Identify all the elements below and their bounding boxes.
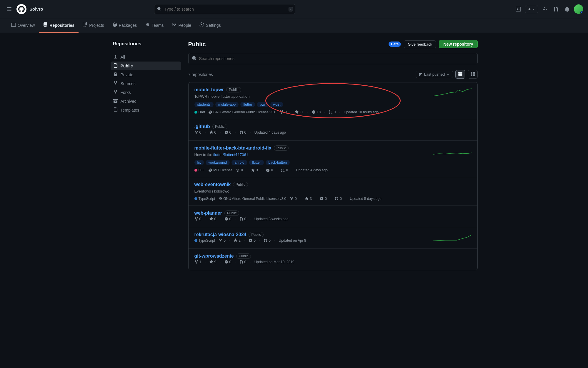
repo-sparkline-empty <box>433 210 472 222</box>
repo-tag[interactable]: mobile-app <box>215 102 239 107</box>
sep: · <box>205 260 206 264</box>
repo-tag[interactable]: pwr <box>257 102 268 107</box>
beta-badge: Beta <box>389 42 401 47</box>
global-search-input[interactable] <box>154 4 295 14</box>
sep: · <box>339 110 340 114</box>
repo-tag[interactable]: flutter <box>249 160 264 165</box>
sidebar-item-templates[interactable]: Templates <box>111 106 181 115</box>
repo-name[interactable]: mobile-topwr <box>194 87 224 92</box>
repo-tag[interactable]: anroid <box>231 160 247 165</box>
repo-updated: Updated 4 days ago <box>296 168 327 172</box>
repo-tag[interactable]: wust <box>270 102 284 107</box>
grid-view-button[interactable] <box>468 70 478 79</box>
repo-license: MIT License <box>209 168 232 172</box>
notifications-button[interactable] <box>563 5 572 14</box>
repo-forks: 0 <box>194 217 201 221</box>
give-feedback-button[interactable]: Give feedback <box>404 40 436 48</box>
sidebar-item-private[interactable]: Private <box>111 70 181 79</box>
org-nav-teams[interactable]: Teams <box>141 18 168 33</box>
repo-item[interactable]: .github Public 0 · 0 · 0 · 0 ·Updated 4 … <box>189 119 477 141</box>
visibility-badge: Public <box>233 182 248 187</box>
visibility-badge: Public <box>236 253 251 259</box>
repo-license: GNU Affero General Public License v3.0 <box>219 197 286 201</box>
avatar[interactable] <box>574 4 583 14</box>
repo-item[interactable]: web-eventownik Public Eventowo i kolorow… <box>189 177 477 206</box>
org-nav-people[interactable]: People <box>168 18 195 33</box>
repo-prs: 0 <box>329 110 336 114</box>
sep: · <box>261 168 262 172</box>
content-header: Public Beta Give feedback New repository <box>188 40 478 48</box>
repo-updated: Updated 10 hours ago <box>344 110 379 114</box>
license-name: GNU Affero General Public License v3.0 <box>223 197 286 201</box>
repo-item[interactable]: git-wprowadzenie Public 1 · 9 · 0 · 0 ·U… <box>189 249 477 270</box>
repo-name[interactable]: .github <box>194 124 210 129</box>
org-nav-settings[interactable]: Settings <box>195 18 225 33</box>
sidebar-item-sources[interactable]: Sources <box>111 79 181 88</box>
lang-color-dot <box>194 169 197 172</box>
repo-desc: Eventowo i kolorowo <box>194 188 433 194</box>
repo-item-content: mobile-flutter-back-btn-android-fix Publ… <box>194 145 433 173</box>
search-bar: / <box>154 4 295 14</box>
repo-language: C++ <box>194 168 205 172</box>
sep: · <box>274 238 275 243</box>
repo-tag[interactable]: fix <box>194 160 204 165</box>
sep: · <box>315 197 316 201</box>
repo-stars: 9 <box>209 260 216 264</box>
sep: · <box>220 260 221 264</box>
org-nav-repositories[interactable]: Repositories <box>39 18 79 33</box>
repo-name[interactable]: git-wprowadzenie <box>194 253 234 259</box>
slash-key-badge: / <box>289 7 293 11</box>
org-name[interactable]: Solvro <box>29 6 43 11</box>
list-view-button[interactable] <box>455 70 465 79</box>
repo-tag[interactable]: workaround <box>206 160 230 165</box>
repo-name[interactable]: web-planner <box>194 210 222 216</box>
repo-sparkline-empty <box>433 182 472 194</box>
main-layout: Repositories All Public <box>106 33 482 277</box>
sidebar-item-public[interactable]: Public <box>111 62 181 70</box>
org-nav-projects[interactable]: Projects <box>79 18 108 33</box>
github-logo-icon[interactable] <box>16 4 26 14</box>
lang-name: Dart <box>199 110 205 114</box>
repo-item[interactable]: rekrutacja-wiosna-2024 Public TypeScript… <box>189 227 477 249</box>
repo-tag[interactable]: back-button <box>266 160 290 165</box>
repo-stars: 0 <box>209 217 216 221</box>
terminal-button[interactable] <box>514 5 523 14</box>
sidebar-item-private-label: Private <box>121 72 134 77</box>
repo-name[interactable]: rekrutacja-wiosna-2024 <box>194 232 246 237</box>
templates-icon <box>113 107 118 113</box>
visibility-badge: Public <box>212 124 227 129</box>
create-new-button[interactable]: + <box>525 5 538 13</box>
repo-item[interactable]: web-planner Public 0 · 0 · 0 · 0 ·Update… <box>189 206 477 227</box>
lang-name: C++ <box>199 168 205 172</box>
copilot-button[interactable] <box>540 5 549 14</box>
repo-stars: 3 <box>305 197 312 201</box>
sidebar-item-archived[interactable]: Archived <box>111 97 181 106</box>
repo-updated: Updated on Apr 8 <box>279 238 306 243</box>
repo-updated: Updated 3 weeks ago <box>254 217 289 221</box>
private-icon <box>113 72 118 77</box>
sidebar-item-all-label: All <box>121 55 125 59</box>
repo-tag[interactable]: flutter <box>240 102 255 107</box>
repo-name[interactable]: mobile-flutter-back-btn-android-fix <box>194 145 271 151</box>
repo-desc-link[interactable]: flutter/flutter#117061 <box>213 152 248 157</box>
org-nav-packages[interactable]: Packages <box>108 18 141 33</box>
repo-sparkline <box>433 87 472 99</box>
new-repository-button[interactable]: New repository <box>439 40 477 48</box>
repo-meta: 0 · 0 · 0 · 0 ·Updated 3 weeks ago <box>194 217 433 221</box>
pull-requests-button[interactable] <box>552 5 560 14</box>
org-nav-overview[interactable]: Overview <box>7 18 39 33</box>
repo-tag[interactable]: students <box>194 102 214 107</box>
repo-name[interactable]: web-eventownik <box>194 182 231 187</box>
sidebar-item-forks-label: Forks <box>121 90 131 95</box>
hamburger-menu-button[interactable] <box>5 5 14 14</box>
repo-meta: TypeScript 0 · 2 · 0 · 0 ·Updated on Apr… <box>194 238 433 243</box>
sidebar-item-forks[interactable]: Forks <box>111 88 181 97</box>
teams-nav-icon <box>145 22 150 28</box>
sort-button[interactable]: Last pushed <box>416 71 453 78</box>
repo-item[interactable]: mobile-flutter-back-btn-android-fix Publ… <box>189 141 477 178</box>
repo-issues: 0 <box>249 238 256 243</box>
repo-search-input[interactable] <box>188 53 478 64</box>
sep: · <box>250 130 251 135</box>
repo-item[interactable]: mobile-topwr Public ToPWR mobile flutter… <box>189 82 477 119</box>
sidebar-item-all[interactable]: All <box>111 53 181 62</box>
